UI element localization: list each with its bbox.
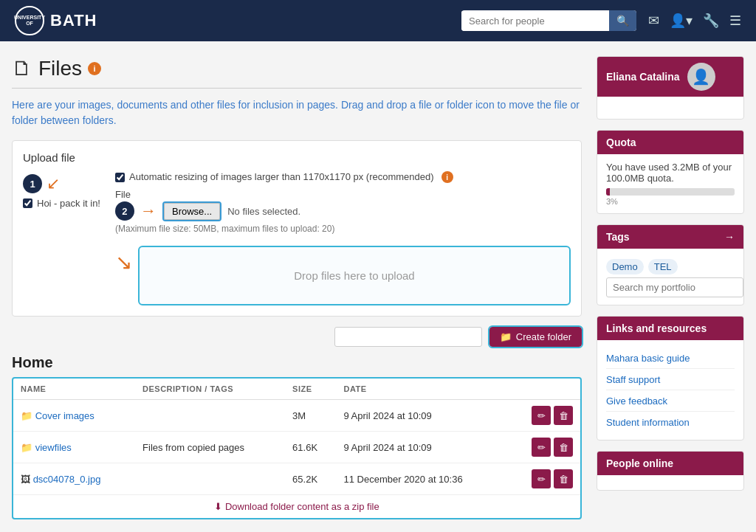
step2-badge: 2	[115, 201, 134, 221]
step1-label: Hoi - pack it in!	[37, 198, 100, 209]
file-date-cell: 9 April 2024 at 10:09	[336, 432, 508, 463]
title-divider	[12, 88, 582, 89]
quota-bar-bg	[606, 188, 735, 196]
file-desc-cell: Files from copied pages	[135, 432, 285, 463]
file-label: File	[115, 189, 571, 200]
files-icon: 🗋	[12, 56, 32, 80]
main-layout: 🗋 Files i Here are your images, document…	[0, 41, 756, 532]
user-card-body	[597, 97, 743, 119]
auto-resize-label: Automatic resizing of images larger than…	[129, 171, 434, 182]
tag-item[interactable]: TEL	[648, 259, 678, 274]
drop-zone[interactable]: Drop files here to upload	[138, 246, 571, 305]
user-name: Eliana Catalina	[606, 71, 680, 83]
logo-text: BATH	[50, 11, 97, 30]
file-desc-cell	[135, 463, 285, 495]
table-header-row: NAME DESCRIPTION / TAGS SIZE DATE	[13, 379, 580, 400]
quota-card: Quota You have used 3.2MB of your 100.0M…	[597, 130, 744, 214]
delete-file-button[interactable]: 🗑	[554, 438, 573, 457]
home-section: Home NAME DESCRIPTION / TAGS SIZE DATE	[12, 354, 582, 519]
logo-circle: UNIVERSITY OF	[15, 6, 44, 35]
file-row: 2 → Browse... No files selected.	[115, 201, 571, 221]
tags-title: Tags	[606, 231, 630, 243]
file-actions-cell: ✏ 🗑	[508, 432, 580, 463]
file-actions-cell: ✏ 🗑	[508, 463, 580, 495]
auto-resize-row: Automatic resizing of images larger than…	[115, 171, 571, 183]
folder-icon: 📁	[21, 442, 32, 453]
menu-icon[interactable]: ☰	[729, 13, 741, 29]
drop-arrow: ↘	[115, 250, 132, 274]
page-title: Files	[38, 57, 82, 80]
quota-header: Quota	[597, 131, 743, 154]
links-list: Mahara basic guideStaff supportGive feed…	[606, 348, 735, 432]
title-info-badge[interactable]: i	[88, 62, 101, 75]
auto-resize-checkbox[interactable]	[115, 173, 125, 182]
tags-list: DemoTEL	[606, 256, 735, 274]
tag-item[interactable]: Demo	[606, 259, 644, 274]
quota-body: You have used 3.2MB of your 100.0MB quot…	[597, 154, 743, 213]
profile-icon[interactable]: 👤▾	[670, 13, 693, 29]
home-title: Home	[12, 354, 582, 371]
portfolio-search-input[interactable]	[606, 277, 743, 297]
edit-file-button[interactable]: ✏	[532, 438, 551, 457]
file-table: NAME DESCRIPTION / TAGS SIZE DATE 📁 Cove…	[13, 379, 580, 494]
people-online-header: People online	[597, 452, 743, 475]
people-online-card: People online	[597, 451, 744, 491]
main-content: 🗋 Files i Here are your images, document…	[12, 56, 582, 519]
resource-link[interactable]: Staff support	[606, 374, 660, 385]
tags-card: Tags → DemoTEL 🔍	[597, 224, 744, 305]
delete-file-button[interactable]: 🗑	[554, 469, 573, 488]
file-name-link[interactable]: Cover images	[35, 410, 94, 421]
step1-badge: 1	[23, 174, 42, 193]
folder-btn-icon: 📁	[500, 331, 512, 342]
people-online-title: People online	[606, 457, 673, 469]
col-actions	[508, 379, 580, 400]
quota-text: You have used 3.2MB of your 100.0MB quot…	[606, 162, 735, 184]
image-icon: 🖼	[21, 474, 30, 485]
wrench-icon[interactable]: 🔧	[703, 13, 719, 29]
edit-file-button[interactable]: ✏	[532, 469, 551, 488]
header: UNIVERSITY OF BATH 🔍 ✉ 👤▾ 🔧 ☰	[0, 0, 756, 41]
links-list-item: Staff support	[606, 369, 735, 390]
folder-icon: 📁	[21, 410, 32, 421]
resource-link[interactable]: Give feedback	[606, 395, 667, 407]
file-size-cell: 65.2K	[285, 463, 336, 495]
file-name-link[interactable]: dsc04078_0.jpg	[33, 474, 101, 485]
download-zip-link[interactable]: ⬇ Download folder content as a zip file	[13, 494, 580, 518]
header-icons: ✉ 👤▾ 🔧 ☰	[648, 13, 741, 29]
upload-section: Upload file 1 ↙ Hoi - pack it in!	[12, 140, 582, 317]
step1-checkbox[interactable]	[23, 198, 32, 208]
auto-resize-info[interactable]: i	[441, 171, 453, 183]
links-title: Links and resources	[606, 322, 707, 334]
people-search-button[interactable]: 🔍	[609, 10, 636, 31]
delete-file-button[interactable]: 🗑	[554, 406, 573, 425]
step2-area: Automatic resizing of images larger than…	[115, 171, 571, 305]
file-name-link[interactable]: viewfiles	[35, 442, 72, 453]
people-search-input[interactable]	[461, 11, 609, 31]
resource-link[interactable]: Mahara basic guide	[606, 353, 690, 364]
create-folder-button[interactable]: 📁 Create folder	[489, 327, 582, 347]
links-list-item: Student information	[606, 412, 735, 432]
quota-pct: 3%	[606, 197, 735, 206]
file-action-buttons: ✏ 🗑	[515, 406, 573, 425]
edit-file-button[interactable]: ✏	[532, 406, 551, 425]
step1-area: 1 ↙ Hoi - pack it in!	[23, 171, 100, 209]
file-table-wrapper: NAME DESCRIPTION / TAGS SIZE DATE 📁 Cove…	[12, 377, 582, 519]
resource-link[interactable]: Student information	[606, 417, 690, 428]
user-card: Eliana Catalina 👤	[597, 56, 744, 120]
links-list-item: Give feedback	[606, 390, 735, 412]
file-date-cell: 11 December 2020 at 10:36	[336, 463, 508, 495]
tags-arrow[interactable]: →	[724, 231, 735, 243]
links-body: Mahara basic guideStaff supportGive feed…	[597, 340, 743, 440]
step1-checkbox-row: Hoi - pack it in!	[23, 198, 100, 209]
browse-button[interactable]: Browse...	[164, 203, 220, 220]
mail-icon[interactable]: ✉	[648, 13, 659, 29]
table-row: 🖼 dsc04078_0.jpg 65.2K 11 December 2020 …	[13, 463, 580, 495]
logo: UNIVERSITY OF BATH	[15, 6, 97, 35]
portfolio-search: 🔍	[606, 277, 735, 297]
tags-body: DemoTEL 🔍	[597, 249, 743, 305]
people-search-bar: 🔍	[461, 10, 636, 31]
user-avatar: 👤	[687, 63, 715, 91]
file-size-cell: 61.6K	[285, 432, 336, 463]
tags-header: Tags →	[597, 225, 743, 249]
folder-name-input[interactable]	[334, 327, 482, 347]
